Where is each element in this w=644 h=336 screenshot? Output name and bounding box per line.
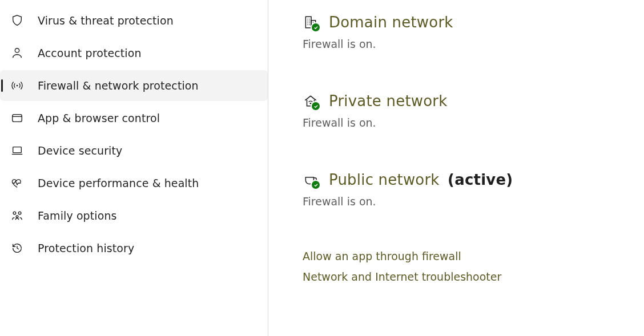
troubleshooter-link[interactable]: Network and Internet troubleshooter <box>303 270 644 283</box>
sidebar-item-firewall[interactable]: Firewall & network protection <box>0 70 268 101</box>
svg-rect-2 <box>13 115 22 122</box>
sidebar-item-performance[interactable]: Device performance & health <box>0 168 268 199</box>
svg-point-6 <box>16 216 18 218</box>
app-window-icon <box>10 111 24 125</box>
sidebar-item-account[interactable]: Account protection <box>0 38 268 68</box>
sidebar-item-label: Account protection <box>38 47 142 59</box>
private-network-status: Firewall is on. <box>303 116 644 129</box>
allow-app-link[interactable]: Allow an app through firewall <box>303 250 644 262</box>
svg-point-5 <box>18 212 21 214</box>
home-network-icon <box>303 93 319 109</box>
person-icon <box>10 46 24 60</box>
history-icon <box>10 241 24 255</box>
sidebar-item-label: Family options <box>38 209 117 222</box>
sidebar-item-label: Firewall & network protection <box>38 79 199 92</box>
sidebar-item-label: App & browser control <box>38 112 160 124</box>
domain-network-section[interactable]: Domain network Firewall is on. <box>303 14 644 50</box>
sidebar-item-virus-threat[interactable]: Virus & threat protection <box>0 5 268 36</box>
sidebar-item-label: Virus & threat protection <box>38 14 174 27</box>
firewall-links: Allow an app through firewall Network an… <box>303 250 644 283</box>
laptop-icon <box>10 144 24 157</box>
heart-pulse-icon <box>10 176 24 190</box>
sidebar-item-label: Protection history <box>38 242 134 254</box>
svg-point-1 <box>17 85 18 87</box>
private-network-section[interactable]: Private network Firewall is on. <box>303 92 644 129</box>
cafe-icon <box>303 172 319 188</box>
domain-network-title: Domain network <box>329 14 453 31</box>
public-network-name: Public network <box>329 171 440 188</box>
svg-point-0 <box>15 48 19 52</box>
public-network-title: Public network (active) <box>329 171 513 188</box>
sidebar-item-family[interactable]: Family options <box>0 200 268 231</box>
active-label: (active) <box>448 171 513 188</box>
domain-network-status: Firewall is on. <box>303 38 644 50</box>
shield-icon <box>10 14 24 27</box>
status-ok-badge <box>311 22 321 33</box>
private-network-title: Private network <box>329 92 448 110</box>
sidebar-item-device-security[interactable]: Device security <box>0 135 268 166</box>
sidebar-item-app-browser[interactable]: App & browser control <box>0 103 268 133</box>
svg-rect-3 <box>13 147 22 153</box>
family-icon <box>10 209 24 222</box>
broadcast-icon <box>10 79 24 92</box>
main-content: Domain network Firewall is on. Private n… <box>268 0 644 336</box>
sidebar-item-label: Device performance & health <box>38 177 199 189</box>
sidebar-item-history[interactable]: Protection history <box>0 233 268 264</box>
sidebar: Virus & threat protection Account protec… <box>0 0 268 336</box>
sidebar-item-label: Device security <box>38 144 122 157</box>
status-ok-badge <box>311 101 321 111</box>
svg-point-4 <box>13 212 16 214</box>
status-ok-badge <box>311 180 321 190</box>
public-network-status: Firewall is on. <box>303 195 644 208</box>
public-network-section[interactable]: Public network (active) Firewall is on. <box>303 171 644 208</box>
building-icon <box>303 14 319 30</box>
